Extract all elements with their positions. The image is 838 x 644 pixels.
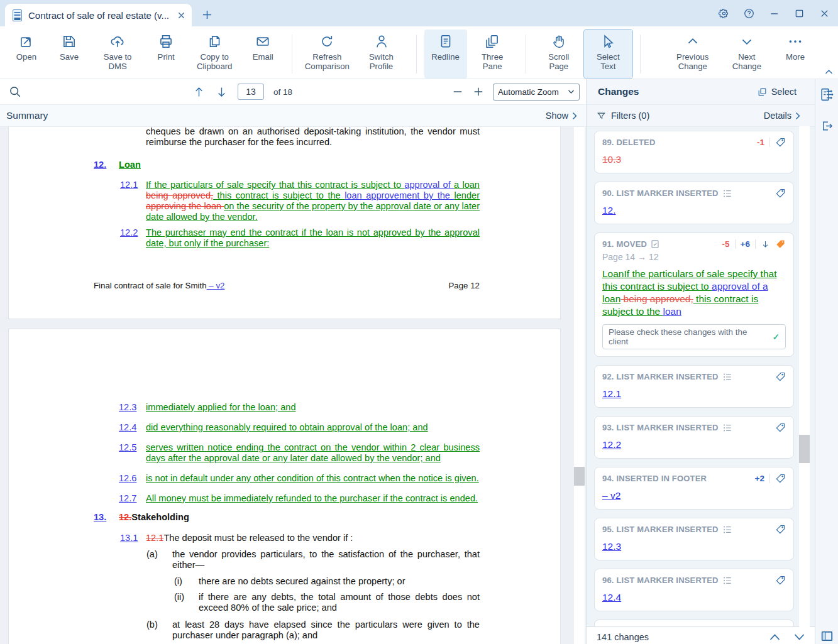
doc-clause-12-5: 12.5 serves written notice ending the co… [119, 442, 480, 464]
changes-scrollbar[interactable] [799, 126, 810, 627]
tab-close-icon[interactable] [177, 11, 185, 19]
deleted-count-badge: -1 [757, 138, 764, 147]
list-marker-icon [722, 423, 732, 432]
open-button[interactable]: Open [5, 30, 48, 79]
next-page-icon[interactable] [215, 85, 228, 99]
cursor-icon [600, 33, 616, 50]
main-toolbar: Open Save Save to DMS Print Copy to Clip… [0, 26, 838, 79]
doc-clause-12-1: 12.1 If the particulars of sale specify … [120, 180, 480, 222]
zoom-out-icon[interactable] [451, 85, 464, 98]
change-card-title: 91. MOVED [602, 239, 647, 249]
doc-clause-12-2: 12.2 The purchaser may end the contract … [120, 227, 480, 249]
page-controls: of 18 [192, 79, 292, 104]
changes-list[interactable]: 89. DELETED-110.3 90. LIST MARKER INSERT… [587, 127, 815, 626]
switch-profile-button[interactable]: Switch Profile [354, 30, 408, 79]
close-icon[interactable] [819, 8, 830, 19]
zoom-in-icon[interactable] [472, 85, 485, 98]
doc-clause-12-6: 12.6 is not in default under any other c… [119, 473, 480, 484]
change-card-92[interactable]: 92. LIST MARKER INSERTED12.1 [594, 365, 794, 408]
list-marker-icon [722, 576, 732, 585]
change-card-title: 90. LIST MARKER INSERTED [602, 188, 719, 198]
document-viewer[interactable]: cheques be drawn on an authorised deposi… [0, 127, 586, 644]
hand-icon [551, 33, 567, 50]
three-pane-button[interactable]: Three Pane [467, 30, 518, 79]
print-button[interactable]: Print [145, 30, 187, 79]
change-card-89[interactable]: 89. DELETED-110.3 [594, 131, 794, 173]
redline-button[interactable]: Redline [424, 30, 467, 79]
next-change-footer-icon[interactable] [794, 633, 805, 641]
change-card-93[interactable]: 93. LIST MARKER INSERTED12.2 [594, 416, 794, 459]
change-card-97[interactable]: 97. LIST MARKER INSERTED12.5 [594, 619, 794, 626]
previous-change-button[interactable]: Previous Change [666, 30, 720, 79]
tag-icon[interactable] [775, 137, 786, 148]
new-tab-button[interactable] [202, 9, 212, 20]
tag-icon[interactable] [775, 575, 786, 586]
save-button[interactable]: Save [48, 30, 91, 79]
copy-to-clipboard-button[interactable]: Copy to Clipboard [187, 30, 241, 79]
email-icon [255, 33, 271, 50]
filters-button[interactable]: Filters (0) [597, 111, 649, 121]
doc-clause-12-7: 12.7 All money must be immediately refun… [119, 493, 480, 504]
redline-document-icon [438, 33, 454, 50]
tag-icon[interactable] [775, 524, 786, 535]
list-marker-icon [722, 373, 732, 381]
change-card-96[interactable]: 96. LIST MARKER INSERTED12.4 [594, 569, 794, 611]
doc-paragraph: cheques be drawn on an authorised deposi… [146, 127, 480, 148]
refresh-comparison-button[interactable]: Refresh Comparison [300, 30, 354, 79]
previous-page-icon[interactable] [192, 85, 206, 99]
document-tab[interactable]: Contract of sale of real estate (v... [5, 4, 192, 26]
help-icon[interactable] [743, 8, 755, 19]
maximize-icon[interactable] [793, 8, 805, 19]
settings-icon[interactable] [718, 8, 730, 19]
email-button[interactable]: Email [241, 30, 284, 79]
tag-icon[interactable] [775, 422, 786, 433]
deleted-count-badge: -5 [722, 239, 730, 249]
previous-change-footer-icon[interactable] [769, 633, 780, 641]
summary-bar: Summary Show [0, 105, 586, 127]
window-controls [718, 0, 830, 26]
document-scrollbar[interactable] [574, 127, 585, 644]
zoom-controls: Automatic Zoom [451, 79, 580, 104]
footer-text: Final contract of sale for Smith [94, 281, 207, 290]
details-link[interactable]: Details [764, 111, 800, 121]
change-card-94[interactable]: 94. INSERTED IN FOOTER+2 – v2 [594, 467, 794, 510]
changes-map-icon[interactable] [819, 87, 835, 102]
change-text: 10.3 [602, 153, 786, 166]
toggle-panel-button[interactable] [815, 628, 838, 644]
change-text: 12.3 [602, 540, 786, 553]
export-icon[interactable] [820, 119, 834, 133]
go-to-change-icon[interactable] [761, 239, 770, 249]
select-changes-button[interactable]: Select [757, 87, 797, 97]
change-card-91[interactable]: 91. MOVED-5+6Page 14 → 12LoanIf the part… [594, 232, 794, 357]
doc-sub-b: (b) at least 28 days have elapsed since … [146, 619, 480, 641]
change-card-title: 95. LIST MARKER INSERTED [602, 525, 719, 534]
changes-scrollbar-thumb[interactable] [799, 435, 810, 463]
change-card-title: 92. LIST MARKER INSERTED [602, 372, 719, 381]
chevron-right-icon [795, 112, 800, 120]
tag-icon[interactable] [775, 188, 786, 199]
right-rail [815, 79, 838, 644]
chevron-right-icon [572, 112, 577, 120]
tag-icon[interactable] [775, 371, 786, 382]
doc-clause-12-4: 12.4 did everything reasonably required … [119, 422, 480, 433]
document-scrollbar-thumb[interactable] [574, 467, 585, 486]
page-total-label: of 18 [273, 87, 292, 97]
minimize-icon[interactable] [768, 8, 780, 19]
change-card-90[interactable]: 90. LIST MARKER INSERTED12. [594, 182, 794, 224]
toolbar-separator [292, 35, 292, 74]
tag-filled-icon[interactable] [775, 239, 786, 249]
next-change-button[interactable]: Next Change [720, 30, 774, 79]
scroll-page-button[interactable]: Scroll Page [534, 30, 584, 79]
search-icon [8, 85, 22, 99]
collapse-ribbon-button[interactable] [825, 69, 833, 75]
more-button[interactable]: More [774, 30, 817, 79]
tag-icon[interactable] [775, 473, 786, 484]
search-button[interactable] [8, 85, 22, 99]
zoom-select[interactable]: Automatic Zoom [493, 84, 580, 101]
chevron-up-icon [685, 33, 701, 50]
summary-show-link[interactable]: Show [546, 111, 577, 121]
select-text-button[interactable]: Select Text [584, 30, 632, 79]
change-card-95[interactable]: 95. LIST MARKER INSERTED12.3 [594, 518, 794, 560]
page-number-input[interactable] [238, 84, 264, 100]
save-to-dms-button[interactable]: Save to DMS [91, 30, 145, 79]
